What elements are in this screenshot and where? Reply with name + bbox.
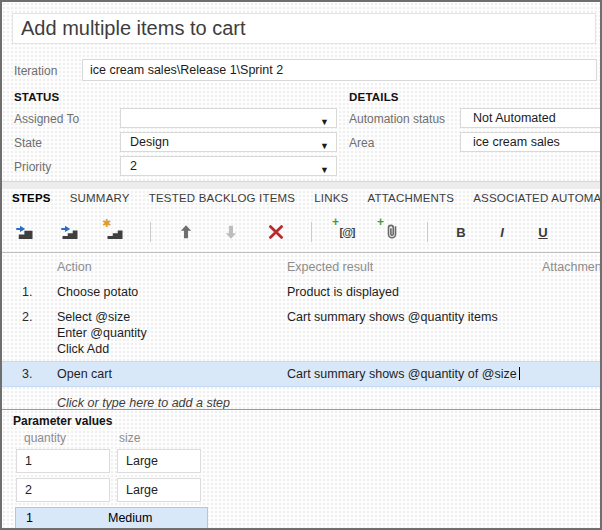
parameter-row-1: 1 Large xyxy=(16,449,208,473)
automation-status-field[interactable]: Not Automated xyxy=(460,108,602,128)
iteration-field[interactable]: ice cream sales\Release 1\Sprint 2 xyxy=(82,59,597,81)
steps-grid-header: Action Expected result Attachment xyxy=(2,253,600,279)
tab-bar: STEPS SUMMARY TESTED BACKLOG ITEMS LINKS… xyxy=(12,192,600,204)
section-divider xyxy=(2,181,600,189)
parameter-values-table: quantity size 1 Large 2 Large 1 Medium xyxy=(16,431,208,530)
move-step-down-icon xyxy=(222,223,240,241)
details-section-heading: DETAILS xyxy=(349,91,399,103)
underline-button[interactable]: U xyxy=(534,221,552,243)
step-number: 2. xyxy=(2,309,57,325)
step-expected-text: Cart summary shows @quantity of @size xyxy=(287,367,517,381)
delete-step-button[interactable] xyxy=(265,221,287,243)
steps-grid: Action Expected result Attachment 1. Cho… xyxy=(2,252,600,411)
create-shared-steps-button[interactable]: ✱ xyxy=(104,221,126,243)
dropdown-arrow-icon: ▼ xyxy=(320,137,329,155)
add-parameter-icon: [@] xyxy=(339,226,354,238)
steps-toolbar: ✱ + [@] + xyxy=(14,214,600,250)
parameter-row-3-selected[interactable]: 1 Medium xyxy=(15,507,208,529)
move-step-up-button[interactable] xyxy=(175,221,197,243)
insert-shared-steps-icon xyxy=(60,222,80,242)
step-expected-cell[interactable]: Cart summary shows @quantity of @size xyxy=(287,366,542,382)
size-cell[interactable]: Large xyxy=(117,449,201,473)
toolbar-separator xyxy=(427,222,428,242)
insert-shared-steps-button[interactable] xyxy=(59,221,81,243)
iteration-label: Iteration xyxy=(14,64,57,78)
insert-step-button[interactable] xyxy=(14,221,36,243)
step-expected-cell[interactable]: Cart summary shows @quantity items xyxy=(287,309,542,325)
text-cursor xyxy=(519,367,520,380)
tab-attachments[interactable]: ATTACHMENTS xyxy=(367,192,454,204)
assigned-to-label: Assigned To xyxy=(14,112,79,126)
area-label: Area xyxy=(349,136,374,150)
toolbar-separator xyxy=(311,222,312,242)
add-attachment-button[interactable]: + xyxy=(381,221,403,243)
priority-label: Priority xyxy=(14,160,51,174)
tab-associated-automation[interactable]: ASSOCIATED AUTOMATION xyxy=(473,192,602,204)
plus-icon: + xyxy=(332,215,339,229)
dropdown-arrow-icon: ▼ xyxy=(320,161,329,179)
tab-links[interactable]: LINKS xyxy=(314,192,348,204)
parameter-row-2: 2 Large xyxy=(16,478,208,502)
action-column-header: Action xyxy=(57,260,287,274)
step-row-3-selected[interactable]: 3. Open cart Cart summary shows @quantit… xyxy=(2,361,600,387)
size-cell[interactable]: Large xyxy=(117,478,201,502)
delete-step-icon xyxy=(267,223,285,241)
step-row-1[interactable]: 1. Choose potato Product is displayed xyxy=(2,279,600,304)
state-label: State xyxy=(14,136,42,150)
quantity-cell[interactable]: 2 xyxy=(16,478,110,502)
parameter-section-divider xyxy=(2,409,600,410)
step-action-cell[interactable]: Select @size Enter @quantity Click Add xyxy=(57,309,287,357)
assigned-to-dropdown[interactable]: ▼ xyxy=(120,108,337,128)
add-parameter-button[interactable]: + [@] xyxy=(336,221,358,243)
insert-step-icon xyxy=(15,222,35,242)
parameter-values-heading: Parameter values xyxy=(13,414,112,428)
parameter-table-header: quantity size xyxy=(16,431,208,445)
move-step-down-button[interactable] xyxy=(220,221,242,243)
area-field[interactable]: ice cream sales xyxy=(460,132,602,152)
add-attachment-icon xyxy=(382,222,402,242)
tab-steps[interactable]: STEPS xyxy=(12,192,51,204)
move-step-up-icon xyxy=(177,223,195,241)
bold-button[interactable]: B xyxy=(452,221,470,243)
tab-tested-backlog-items[interactable]: TESTED BACKLOG ITEMS xyxy=(149,192,296,204)
status-section-heading: STATUS xyxy=(14,91,60,103)
test-case-title-field[interactable]: Add multiple items to cart xyxy=(12,13,596,44)
quantity-cell[interactable]: 1 xyxy=(16,449,110,473)
size-cell[interactable]: Medium xyxy=(108,508,152,528)
automation-status-label: Automation status xyxy=(349,112,445,126)
italic-button[interactable]: I xyxy=(493,221,511,243)
step-number: 3. xyxy=(2,366,57,382)
step-row-2[interactable]: 2. Select @size Enter @quantity Click Ad… xyxy=(2,304,600,361)
expected-result-column-header: Expected result xyxy=(287,260,542,274)
quantity-column-header: quantity xyxy=(16,431,111,445)
priority-dropdown[interactable]: 2 ▼ xyxy=(120,156,337,176)
attachment-column-header: Attachment xyxy=(542,260,602,274)
toolbar-separator xyxy=(150,222,151,242)
state-dropdown[interactable]: Design ▼ xyxy=(120,132,337,152)
priority-value: 2 xyxy=(130,159,137,173)
step-expected-cell[interactable]: Product is displayed xyxy=(287,284,542,300)
test-case-window: Add multiple items to cart Iteration ice… xyxy=(0,0,602,530)
quantity-cell[interactable]: 1 xyxy=(16,508,108,528)
state-value: Design xyxy=(130,135,169,149)
plus-icon: + xyxy=(377,215,384,229)
dropdown-arrow-icon: ▼ xyxy=(320,113,329,131)
add-step-row[interactable]: Click or type here to add a step xyxy=(2,387,600,411)
size-column-header: size xyxy=(111,431,140,445)
star-icon: ✱ xyxy=(102,217,111,230)
step-action-cell[interactable]: Open cart xyxy=(57,366,287,382)
step-number: 1. xyxy=(2,284,57,300)
step-action-cell[interactable]: Choose potato xyxy=(57,284,287,300)
tab-summary[interactable]: SUMMARY xyxy=(70,192,130,204)
